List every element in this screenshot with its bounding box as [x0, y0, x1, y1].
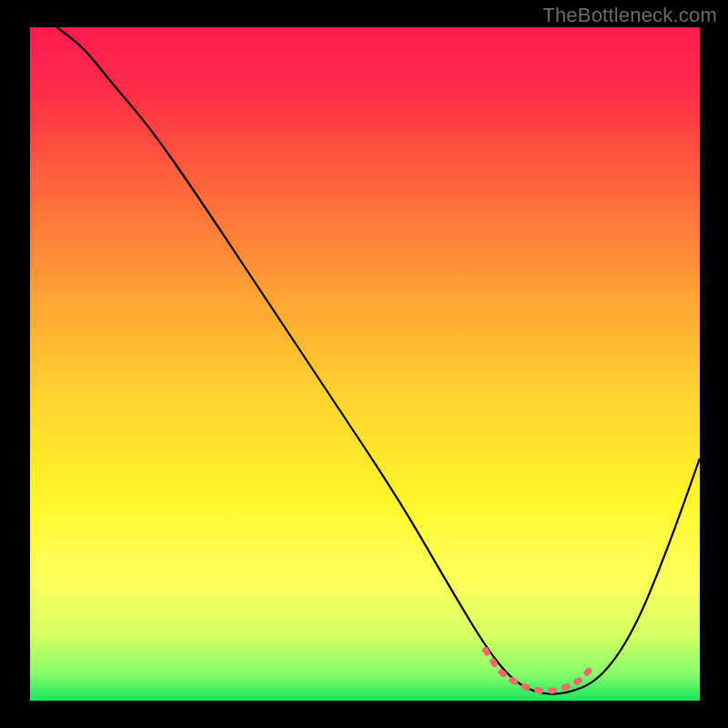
- chart-svg: [0, 0, 728, 728]
- chart-container: TheBottleneck.com: [0, 0, 728, 728]
- plot-background: [30, 27, 700, 701]
- watermark-text: TheBottleneck.com: [542, 4, 717, 27]
